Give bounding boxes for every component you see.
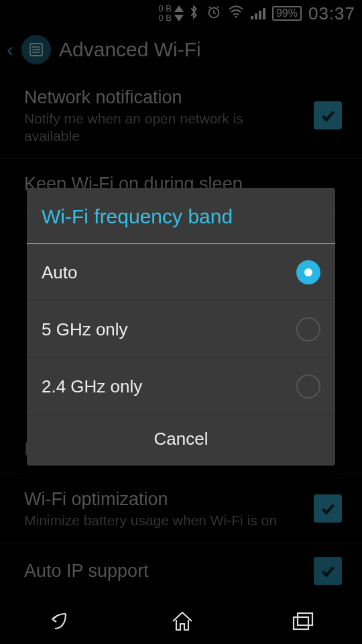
radio-24ghz[interactable] <box>296 374 320 398</box>
option-label: 5 GHz only <box>42 319 128 340</box>
radio-auto[interactable] <box>296 260 320 284</box>
cancel-button[interactable]: Cancel <box>27 415 335 466</box>
navigation-bar <box>0 600 362 644</box>
nav-home-icon[interactable] <box>169 609 196 636</box>
option-label: Auto <box>42 262 78 283</box>
svg-rect-7 <box>298 613 312 625</box>
option-5ghz[interactable]: 5 GHz only <box>27 301 335 358</box>
dialog-wifi-frequency-band: Wi-Fi frequency band Auto 5 GHz only 2.4… <box>27 188 335 466</box>
option-24ghz[interactable]: 2.4 GHz only <box>27 358 335 415</box>
nav-recent-icon[interactable] <box>290 610 315 635</box>
option-auto[interactable]: Auto <box>27 244 335 301</box>
svg-rect-6 <box>294 617 308 629</box>
nav-back-icon[interactable] <box>47 610 75 635</box>
option-label: 2.4 GHz only <box>42 376 142 397</box>
dialog-title: Wi-Fi frequency band <box>27 188 335 244</box>
radio-5ghz[interactable] <box>296 317 320 341</box>
dialog-scrim[interactable]: Wi-Fi frequency band Auto 5 GHz only 2.4… <box>0 0 362 644</box>
